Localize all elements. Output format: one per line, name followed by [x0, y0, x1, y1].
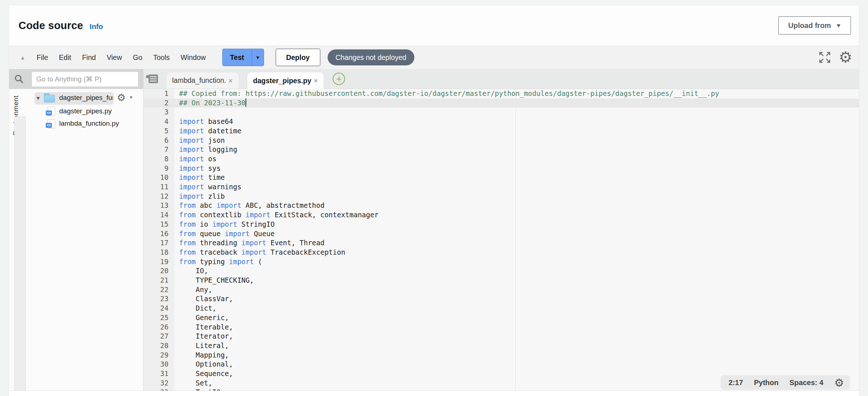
code-text: import time: [179, 173, 225, 182]
menu-edit[interactable]: Edit: [53, 53, 77, 62]
editor-main: Environment ▼ dagster_pipes_funct ⚙ ▼ da…: [9, 89, 859, 391]
line-number: 18: [143, 248, 169, 257]
code-line[interactable]: 9import sys: [143, 164, 859, 173]
goto-anything-zone: [9, 69, 143, 89]
tab-dagster-pipes[interactable]: dagster_pipes.py ×: [247, 72, 324, 89]
code-line[interactable]: 2## On 2023-11-30: [143, 98, 859, 108]
code-line[interactable]: 11import warnings: [143, 182, 859, 192]
code-line[interactable]: 1## Copied from: https://raw.githubuserc…: [143, 89, 859, 98]
tab-bar: lambda_function. × dagster_pipes.py × +: [143, 69, 859, 89]
line-number: 28: [143, 341, 169, 351]
deploy-status-badge: Changes not deployed: [328, 49, 414, 65]
editor-status-bar: 2:17 Python Spaces: 4 ⚙: [721, 375, 850, 390]
tree-settings-gear-icon[interactable]: ⚙: [117, 92, 126, 103]
code-text: from contextlib import ExitStack, contex…: [179, 210, 378, 220]
line-number: 3: [143, 108, 169, 117]
code-line[interactable]: 5import datetime: [143, 126, 859, 136]
code-text: import zlib: [179, 192, 225, 201]
editor-menubar: ▲ File Edit Find View Go Tools Window Te…: [9, 45, 859, 69]
line-number: 31: [143, 369, 169, 379]
chevron-down-icon: ▼: [835, 23, 841, 28]
goto-anything-input[interactable]: [32, 72, 138, 86]
upload-from-button[interactable]: Upload from ▼: [778, 16, 851, 35]
line-number: 26: [143, 323, 169, 332]
code-line[interactable]: 30 Optional,: [143, 360, 859, 369]
deploy-button[interactable]: Deploy: [276, 49, 320, 66]
code-line[interactable]: 7import logging: [143, 145, 859, 154]
tab-lambda-function[interactable]: lambda_function. ×: [166, 72, 239, 89]
python-file-icon: [48, 107, 55, 116]
menu-window[interactable]: Window: [175, 53, 211, 62]
code-line[interactable]: 25 Generic,: [143, 313, 859, 323]
code-line[interactable]: 15from io import StringIO: [143, 220, 859, 229]
code-line[interactable]: 26 Iterable,: [143, 323, 859, 332]
code-text: Dict,: [179, 304, 216, 313]
code-line[interactable]: 17from threading import Event, Thread: [143, 238, 859, 248]
line-number: 2: [143, 98, 169, 108]
close-tab-icon[interactable]: ×: [228, 76, 233, 85]
code-text: import warnings: [179, 182, 242, 192]
menu-tools[interactable]: Tools: [148, 53, 175, 62]
folder-caret-icon[interactable]: ▼: [36, 95, 41, 101]
line-number: 27: [143, 332, 169, 341]
code-line[interactable]: 27 Iterator,: [143, 332, 859, 341]
test-dropdown-button[interactable]: ▼: [252, 49, 264, 66]
code-line[interactable]: 19from typing import (: [143, 257, 859, 267]
code-line[interactable]: 10import time: [143, 173, 859, 182]
code-line[interactable]: 4import base64: [143, 117, 859, 126]
menu-find[interactable]: Find: [77, 53, 101, 62]
code-line[interactable]: 13from abc import ABC, abstractmethod: [143, 201, 859, 210]
code-editor[interactable]: 1## Copied from: https://raw.githubuserc…: [143, 89, 859, 391]
line-number: 12: [143, 192, 169, 201]
code-line[interactable]: 20 IO,: [143, 266, 859, 276]
indentation-setting[interactable]: Spaces: 4: [790, 379, 823, 387]
close-tab-icon[interactable]: ×: [313, 76, 318, 85]
code-line[interactable]: 3: [143, 108, 859, 117]
code-line[interactable]: 16from queue import Queue: [143, 229, 859, 239]
code-text: Sequence,: [179, 369, 233, 379]
code-line[interactable]: 29 Mapping,: [143, 351, 859, 360]
menu-file[interactable]: File: [31, 53, 53, 62]
tab-list-icon[interactable]: [149, 74, 158, 83]
code-text: TYPE_CHECKING,: [179, 276, 254, 285]
code-line[interactable]: 28 Literal,: [143, 341, 859, 351]
line-number: 19: [143, 257, 169, 267]
line-number: 15: [143, 220, 169, 229]
test-button[interactable]: Test: [223, 49, 252, 66]
line-number: 32: [143, 379, 169, 388]
info-link[interactable]: Info: [90, 23, 103, 31]
code-line[interactable]: 8import os: [143, 154, 859, 164]
code-text: import json: [179, 136, 225, 145]
menu-go[interactable]: Go: [127, 53, 148, 62]
code-text: ## On 2023-11-30: [179, 98, 246, 108]
language-mode[interactable]: Python: [754, 379, 779, 387]
status-settings-gear-icon[interactable]: ⚙: [834, 376, 844, 389]
code-source-panel: Code source Info Upload from ▼ ▲ File Ed…: [9, 5, 859, 396]
code-line[interactable]: 24 Dict,: [143, 304, 859, 313]
code-line[interactable]: 14from contextlib import ExitStack, cont…: [143, 210, 859, 220]
code-line[interactable]: 6import json: [143, 136, 859, 145]
page-title: Code source: [19, 20, 83, 32]
folder-name[interactable]: dagster_pipes_funct: [59, 94, 113, 102]
line-number: 23: [143, 294, 169, 304]
line-number: 10: [143, 173, 169, 182]
code-text: import base64: [179, 117, 233, 126]
cursor-position[interactable]: 2:17: [729, 379, 743, 387]
tree-settings-chevron-icon[interactable]: ▼: [129, 95, 133, 100]
editor-settings-gear-icon[interactable]: ⚙: [839, 51, 852, 64]
code-line[interactable]: 18from traceback import TracebackExcepti…: [143, 248, 859, 257]
code-line[interactable]: 12import zlib: [143, 192, 859, 201]
code-line[interactable]: 23 ClassVar,: [143, 294, 859, 304]
line-number: 25: [143, 313, 169, 323]
fullscreen-icon[interactable]: [818, 51, 831, 64]
code-line[interactable]: 21 TYPE_CHECKING,: [143, 276, 859, 285]
collapse-arrow-icon[interactable]: ▲: [20, 54, 25, 61]
line-number: 14: [143, 210, 169, 220]
code-text: from traceback import TracebackException: [179, 248, 345, 257]
code-line[interactable]: 22 Any,: [143, 285, 859, 295]
menu-view[interactable]: View: [101, 53, 127, 62]
new-tab-button[interactable]: +: [333, 73, 345, 85]
code-text: Any,: [179, 285, 212, 295]
code-text: from abc import ABC, abstractmethod: [179, 201, 324, 210]
panel-header: Code source Info Upload from ▼: [9, 5, 859, 45]
